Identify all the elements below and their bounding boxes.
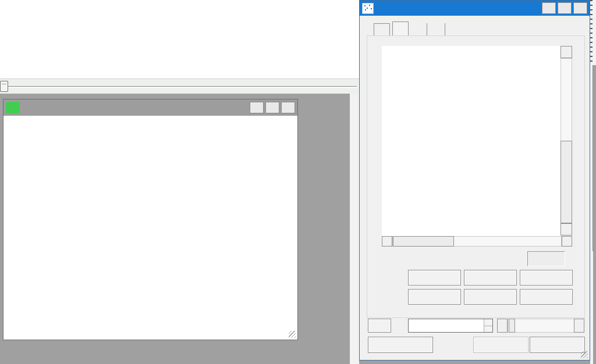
minimize-button[interactable] [542, 2, 556, 14]
scroll-thumb[interactable] [393, 236, 454, 247]
add-button[interactable] [464, 270, 517, 286]
close-button[interactable] [573, 2, 587, 14]
array-ring-map[interactable] [3, 116, 297, 340]
edge-tick-marks [590, 0, 593, 64]
scroll-left-button[interactable] [497, 319, 508, 333]
amplitude-slider-right-handle[interactable] [0, 81, 8, 92]
seismic-trace-panel [0, 0, 359, 94]
seismic-traces-plot[interactable] [0, 0, 359, 58]
optimize-button[interactable] [408, 270, 461, 286]
tab-status[interactable] [430, 23, 445, 36]
spac-app-icon [362, 3, 374, 14]
desktop [0, 0, 596, 364]
underlying-window-edge [590, 0, 596, 364]
scroll-right-button[interactable] [562, 236, 572, 247]
spac-window-titlebar[interactable] [360, 1, 590, 16]
load-button[interactable] [464, 289, 517, 305]
frequency-scrollbar [497, 319, 584, 333]
frequency-value[interactable] [409, 319, 484, 332]
tab-bar [374, 22, 445, 36]
qt-logo-icon [6, 102, 20, 113]
tab-rings[interactable] [392, 22, 409, 36]
frequency-spinbox[interactable] [408, 319, 493, 333]
background-window-strip [350, 94, 359, 364]
tab-processing[interactable] [411, 23, 427, 36]
scroll-track[interactable] [508, 319, 584, 333]
load-parameters-button[interactable] [368, 337, 433, 353]
save-button[interactable] [520, 289, 573, 305]
start-button[interactable] [530, 337, 585, 353]
maximize-button[interactable] [265, 102, 279, 113]
scroll-left-button[interactable] [382, 236, 392, 247]
spin-down-button[interactable] [484, 326, 492, 333]
scroll-up-button[interactable] [560, 46, 572, 58]
resize-grip[interactable] [289, 331, 296, 338]
array-plot-window [3, 99, 298, 340]
stop-button [473, 337, 528, 353]
edge-gray-fill [593, 65, 596, 364]
table-horizontal-scrollbar [382, 236, 572, 247]
scroll-thumb[interactable] [509, 319, 515, 333]
amplitude-slider-bar [0, 78, 359, 94]
table-vertical-scrollbar [560, 46, 572, 235]
scroll-thumb[interactable] [560, 141, 572, 223]
total-couples-display [527, 251, 565, 266]
rings-table [382, 46, 560, 236]
resize-grip[interactable] [581, 351, 588, 358]
plot-window-titlebar[interactable] [3, 99, 297, 116]
spinbox-buttons [484, 319, 492, 332]
close-button[interactable] [281, 102, 295, 113]
auto-button[interactable] [408, 289, 461, 305]
maximize-button[interactable] [558, 2, 572, 14]
remove-button[interactable] [520, 270, 573, 286]
slider-groove[interactable] [2, 86, 357, 88]
spin-up-button[interactable] [484, 319, 492, 326]
scroll-down-button[interactable] [560, 223, 572, 235]
test-button[interactable] [368, 319, 391, 333]
minimize-button[interactable] [250, 102, 264, 113]
tab-time[interactable] [374, 23, 390, 36]
spac-toolbox-window [359, 0, 590, 361]
scroll-right-button[interactable] [574, 319, 584, 333]
